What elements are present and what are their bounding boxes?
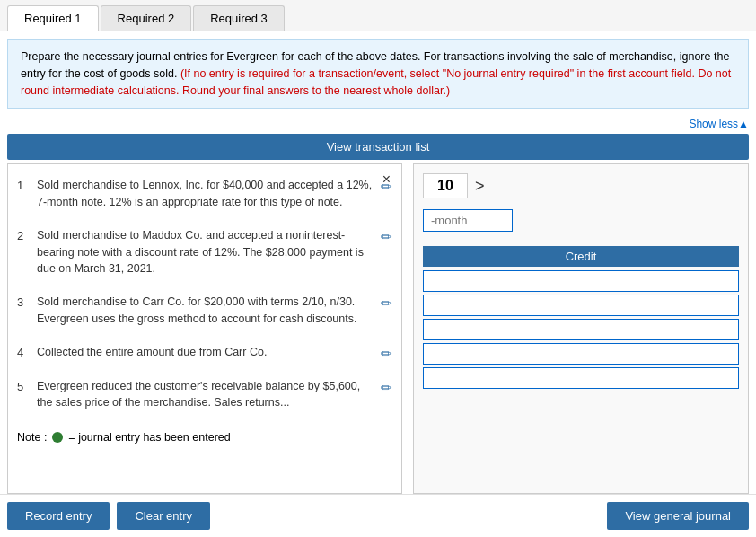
edit-icon[interactable]: ✏ xyxy=(381,346,392,362)
item-number: 1 xyxy=(17,179,31,192)
number-row: 10 > xyxy=(423,173,739,198)
credit-input-5[interactable] xyxy=(423,367,739,389)
item-number: 2 xyxy=(17,229,31,242)
credit-label: Credit xyxy=(423,246,739,267)
tab-required1[interactable]: Required 1 xyxy=(7,5,99,31)
main-container: Required 1 Required 2 Required 3 Prepare… xyxy=(0,0,756,537)
view-transaction-button[interactable]: View transaction list xyxy=(7,134,749,160)
credit-input-3[interactable] xyxy=(423,319,739,340)
credit-input-1[interactable] xyxy=(423,270,739,292)
entry-number: 10 xyxy=(423,173,468,198)
list-item: 2 Sold merchandise to Maddox Co. and acc… xyxy=(17,224,392,277)
instructions-box: Prepare the necessary journal entries fo… xyxy=(7,39,749,109)
tab-required2[interactable]: Required 2 xyxy=(101,5,192,31)
green-dot-icon xyxy=(52,432,63,443)
item-number: 4 xyxy=(17,346,31,359)
list-item: 5 Evergreen reduced the customer's recei… xyxy=(17,374,392,412)
bottom-button-bar: Record entry Clear entry View general jo… xyxy=(0,494,756,537)
list-item: 1 Sold merchandise to Lennox, Inc. for $… xyxy=(17,173,392,211)
clear-entry-button[interactable]: Clear entry xyxy=(117,502,210,530)
content-area: × 1 Sold merchandise to Lennox, Inc. for… xyxy=(7,163,749,494)
tab-required3[interactable]: Required 3 xyxy=(193,5,285,31)
edit-icon[interactable]: ✏ xyxy=(381,295,392,312)
note-prefix: Note : xyxy=(17,431,47,444)
month-input[interactable] xyxy=(423,209,513,232)
credit-input-2[interactable] xyxy=(423,295,739,316)
credit-input-4[interactable] xyxy=(423,343,739,365)
edit-icon[interactable]: ✏ xyxy=(381,380,392,396)
list-item: 3 Sold merchandise to Carr Co. for $20,0… xyxy=(17,290,392,328)
item-text: Sold merchandise to Lennox, Inc. for $40… xyxy=(37,177,374,211)
record-entry-button[interactable]: Record entry xyxy=(7,502,110,530)
view-general-journal-button[interactable]: View general journal xyxy=(607,502,749,530)
transaction-panel: × 1 Sold merchandise to Lennox, Inc. for… xyxy=(7,163,402,494)
journal-panel: 10 > Credit xyxy=(413,163,749,494)
next-arrow-icon[interactable]: > xyxy=(475,177,485,196)
tabs-bar: Required 1 Required 2 Required 3 xyxy=(0,0,756,31)
item-text: Sold merchandise to Maddox Co. and accep… xyxy=(37,227,374,277)
show-less-toggle[interactable]: Show less▲ xyxy=(0,118,749,130)
close-button[interactable]: × xyxy=(382,172,391,188)
item-text: Sold merchandise to Carr Co. for $20,000… xyxy=(37,294,374,328)
credit-inputs xyxy=(423,270,739,389)
item-text: Collected the entire amount due from Car… xyxy=(37,344,374,361)
item-text: Evergreen reduced the customer's receiva… xyxy=(37,378,374,412)
item-number: 5 xyxy=(17,380,31,393)
note-text: = journal entry has been entered xyxy=(68,431,230,444)
note-area: Note : = journal entry has been entered xyxy=(17,424,392,447)
item-number: 3 xyxy=(17,295,31,309)
edit-icon[interactable]: ✏ xyxy=(381,229,392,245)
list-item: 4 Collected the entire amount due from C… xyxy=(17,340,392,362)
